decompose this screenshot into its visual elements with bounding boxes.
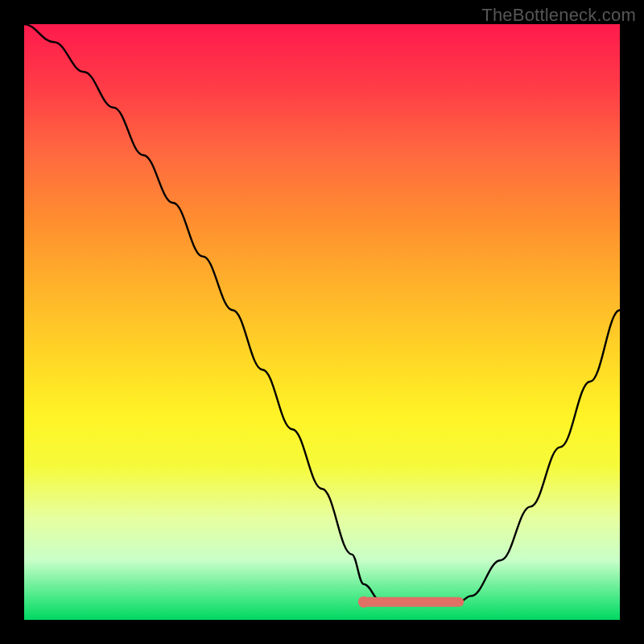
optimal-point-marker xyxy=(358,597,369,608)
chart-svg xyxy=(24,24,620,620)
chart-plot-area xyxy=(24,24,620,620)
brand-watermark: TheBottleneck.com xyxy=(481,5,636,26)
bottleneck-curve xyxy=(24,24,620,602)
chart-frame: TheBottleneck.com xyxy=(0,0,644,644)
